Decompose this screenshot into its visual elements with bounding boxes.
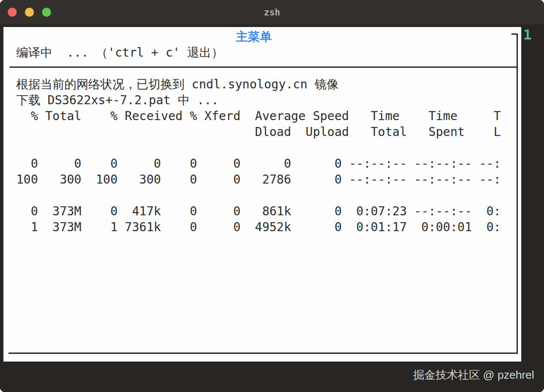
- horizontal-rule-bottom: [9, 353, 518, 354]
- close-button[interactable]: [8, 8, 17, 17]
- zoom-button[interactable]: [42, 8, 51, 17]
- terminal-screen[interactable]: 1 主菜单 编译中 ... （'ctrl + c' 退出） 根据当前的网络状况，…: [0, 24, 544, 392]
- curl-progress-row: 1 373M 1 7361k 0 0 4952k 0 0:01:17 0:00:…: [3, 219, 521, 235]
- curl-progress-row: 0 373M 0 417k 0 0 861k 0 0:07:23 --:--:-…: [3, 203, 521, 219]
- watermark: 掘金技术社区 @ pzehrel: [413, 368, 534, 383]
- horizontal-rule-top: [9, 66, 517, 68]
- curl-progress-row: 100 300 100 300 0 0 2786 0 --:--:-- --:-…: [3, 172, 521, 187]
- curl-progress-row: 0 0 0 0 0 0 0 0 --:--:-- --:--:-- --:: [3, 156, 521, 172]
- titlebar[interactable]: zsh: [0, 0, 544, 24]
- status-line: 编译中 ... （'ctrl + c' 退出）: [3, 45, 521, 60]
- menu-title: 主菜单: [3, 29, 521, 45]
- blank-line: [3, 140, 521, 156]
- minimize-button[interactable]: [25, 8, 34, 17]
- mirror-line: 根据当前的网络状况，已切换到 cndl.synology.cn 镜像: [3, 76, 521, 92]
- download-line: 下载 DS3622xs+-7.2.pat 中 ...: [3, 92, 521, 108]
- curl-header-row2: Dload Upload Total Spent L: [3, 124, 521, 140]
- terminal-window: zsh 1 主菜单 编译中 ... （'ctrl + c' 退出） 根据当前的网…: [0, 0, 544, 392]
- tui-panel: 主菜单 编译中 ... （'ctrl + c' 退出） 根据当前的网络状况，已切…: [3, 27, 521, 362]
- window-title: zsh: [0, 0, 544, 24]
- box-border-right: [517, 33, 518, 354]
- pane-number: 1: [523, 27, 532, 43]
- curl-header-row1: % Total % Received % Xferd Average Speed…: [3, 108, 521, 124]
- blank-line: [3, 187, 521, 203]
- traffic-lights: [0, 8, 51, 17]
